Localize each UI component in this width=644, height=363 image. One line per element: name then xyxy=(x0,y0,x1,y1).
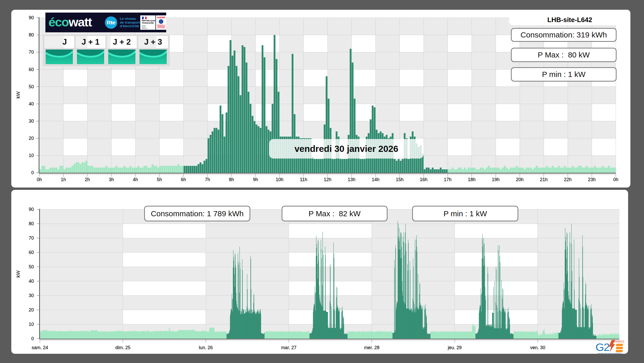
svg-text:20: 20 xyxy=(29,307,34,312)
svg-text:7h: 7h xyxy=(205,177,210,182)
svg-text:jeu. 29: jeu. 29 xyxy=(448,345,462,350)
svg-text:15h: 15h xyxy=(396,177,403,182)
svg-text:mar. 27: mar. 27 xyxy=(281,345,296,350)
svg-text:0h: 0h xyxy=(613,177,618,182)
svg-text:80: 80 xyxy=(29,221,34,226)
svg-text:50: 50 xyxy=(29,84,34,89)
svg-text:40: 40 xyxy=(29,279,34,284)
svg-text:FRANCE: FRANCE xyxy=(614,340,624,343)
svg-text:20: 20 xyxy=(29,136,34,141)
svg-text:0: 0 xyxy=(31,336,34,341)
svg-text:13h: 13h xyxy=(348,177,355,182)
svg-text:17h: 17h xyxy=(444,177,451,182)
svg-text:90: 90 xyxy=(29,207,34,212)
svg-text:11h: 11h xyxy=(300,177,307,182)
svg-text:70: 70 xyxy=(29,236,34,241)
svg-text:12h: 12h xyxy=(324,177,331,182)
svg-text:22h: 22h xyxy=(564,177,572,182)
svg-text:40: 40 xyxy=(29,101,34,106)
svg-text:4h: 4h xyxy=(133,177,138,182)
svg-text:ven. 30: ven. 30 xyxy=(530,345,545,350)
svg-text:18h: 18h xyxy=(468,177,475,182)
svg-text:10: 10 xyxy=(29,322,34,327)
svg-text:90: 90 xyxy=(29,15,34,20)
svg-text:20h: 20h xyxy=(516,177,523,182)
svg-text:2h: 2h xyxy=(85,177,90,182)
svg-text:6h: 6h xyxy=(181,177,186,182)
svg-text:0: 0 xyxy=(31,170,34,175)
svg-text:30: 30 xyxy=(29,119,34,124)
svg-text:10h: 10h xyxy=(276,177,283,182)
svg-text:30: 30 xyxy=(29,293,34,298)
svg-text:10: 10 xyxy=(29,153,34,158)
svg-text:kW: kW xyxy=(15,91,21,99)
svg-text:9h: 9h xyxy=(253,177,258,182)
svg-text:19h: 19h xyxy=(492,177,500,182)
svg-text:dim. 25: dim. 25 xyxy=(115,345,130,350)
svg-text:8h: 8h xyxy=(229,177,234,182)
svg-text:5h: 5h xyxy=(157,177,162,182)
svg-text:16h: 16h xyxy=(420,177,428,182)
svg-text:70: 70 xyxy=(29,50,34,55)
svg-text:80: 80 xyxy=(29,32,34,37)
svg-text:sam. 24: sam. 24 xyxy=(32,345,48,350)
svg-text:50: 50 xyxy=(29,264,34,269)
svg-text:1h: 1h xyxy=(61,177,66,182)
svg-text:23h: 23h xyxy=(588,177,596,182)
svg-text:60: 60 xyxy=(29,67,34,72)
svg-text:60: 60 xyxy=(29,250,34,255)
svg-text:G2: G2 xyxy=(596,341,609,353)
svg-text:21h: 21h xyxy=(540,177,548,182)
svg-text:3h: 3h xyxy=(109,177,114,182)
svg-text:kW: kW xyxy=(15,270,21,278)
svg-text:lun. 26: lun. 26 xyxy=(199,345,213,350)
svg-text:Optimisation des ressources én: Optimisation des ressources énergétiques xyxy=(598,352,622,354)
svg-text:0h: 0h xyxy=(37,177,42,182)
svg-text:mer. 28: mer. 28 xyxy=(364,345,379,350)
svg-text:14h: 14h xyxy=(372,177,380,182)
